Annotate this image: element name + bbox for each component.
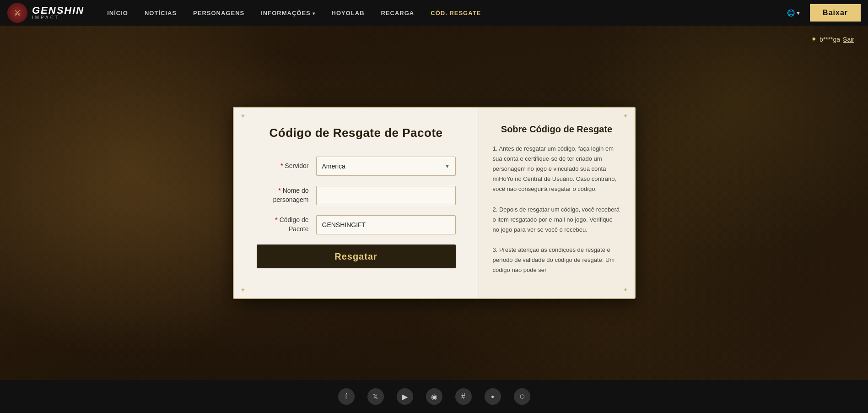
nav-item-recarga[interactable]: Recarga	[373, 9, 423, 17]
logo-text: Genshin Impact	[32, 5, 84, 20]
nav-item-noticias[interactable]: Notícias	[136, 9, 185, 17]
character-input[interactable]	[316, 186, 456, 205]
nav-links: Início Notícias Personagens Informações …	[99, 9, 782, 17]
nav-link-hoyolab[interactable]: HoYoLAB	[323, 10, 373, 16]
nav-item-resgate[interactable]: Cód. Resgate	[422, 9, 489, 17]
nav-link-noticias[interactable]: Notícias	[136, 10, 185, 16]
instagram-icon[interactable]: ◉	[426, 388, 442, 405]
star-icon: ✦	[811, 35, 817, 43]
nav-item-inicio[interactable]: Início	[99, 9, 136, 17]
server-select[interactable]: America Europe Asia TW, HK, MO	[316, 157, 456, 176]
server-label: *Servidor	[257, 162, 316, 171]
info-title: Sobre Código de Resgate	[493, 124, 621, 135]
server-select-wrapper: America Europe Asia TW, HK, MO ▼	[316, 157, 456, 176]
server-row: *Servidor America Europe Asia TW, HK, MO…	[257, 157, 456, 176]
code-label: *Código de Pacote	[257, 216, 316, 234]
logo[interactable]: ⚔ Genshin Impact	[7, 3, 84, 23]
redeem-button[interactable]: Resgatar	[257, 245, 456, 268]
language-button[interactable]: 🌐 ▾	[782, 6, 804, 19]
facebook-icon[interactable]: f	[338, 388, 355, 405]
hoyolab-icon[interactable]: ⬡	[514, 388, 530, 405]
download-button[interactable]: Baixar	[810, 4, 861, 22]
dialog: ✦ ✦ Código de Resgate de Pacote *Servido…	[233, 107, 636, 299]
info-text: 1. Antes de resgatar um código, faça log…	[493, 144, 621, 275]
code-row: *Código de Pacote	[257, 215, 456, 234]
nav-item-hoyolab[interactable]: HoYoLAB	[323, 9, 373, 17]
character-required: *	[278, 187, 280, 194]
logo-main: Genshin	[32, 5, 84, 16]
footer: f 𝕏 ▶ ◉ # ● ⬡	[0, 380, 868, 413]
navbar: ⚔ Genshin Impact Início Notícias Persona…	[0, 0, 868, 26]
nav-link-inicio[interactable]: Início	[99, 10, 136, 16]
twitter-icon[interactable]: 𝕏	[367, 388, 384, 405]
nav-item-informacoes[interactable]: Informações	[253, 9, 323, 17]
globe-icon: 🌐	[787, 9, 795, 16]
code-required: *	[275, 216, 277, 223]
youtube-icon[interactable]: ▶	[397, 388, 413, 405]
dialog-left-panel: Código de Resgate de Pacote *Servidor Am…	[234, 108, 479, 298]
corner-tr-icon: ✦	[623, 112, 628, 120]
logo-sub: Impact	[32, 16, 84, 20]
reddit-icon[interactable]: ●	[485, 388, 501, 405]
nav-right: 🌐 ▾ Baixar	[782, 4, 861, 22]
logo-icon: ⚔	[7, 3, 27, 23]
nav-item-personagens[interactable]: Personagens	[185, 9, 253, 17]
nav-link-personagens[interactable]: Personagens	[185, 10, 253, 16]
chevron-down-icon: ▾	[797, 9, 800, 16]
nav-link-recarga[interactable]: Recarga	[373, 10, 423, 16]
code-input[interactable]	[316, 215, 456, 234]
logout-link[interactable]: Sair	[843, 36, 854, 43]
nav-link-resgate[interactable]: Cód. Resgate	[422, 10, 489, 16]
dialog-right-panel: Sobre Código de Resgate 1. Antes de resg…	[479, 108, 635, 298]
character-row: *Nome do personagem	[257, 186, 456, 205]
server-required: *	[280, 162, 283, 169]
character-label: *Nome do personagem	[257, 186, 316, 204]
username: b****ga	[819, 36, 840, 43]
main-content: ✦ ✦ Código de Resgate de Pacote *Servido…	[0, 26, 868, 380]
dialog-title: Código de Resgate de Pacote	[257, 126, 456, 140]
corner-bl-icon: ✦	[240, 286, 246, 293]
user-bar: ✦ b****ga Sair	[811, 35, 854, 43]
discord-icon[interactable]: #	[455, 388, 472, 405]
nav-link-informacoes[interactable]: Informações	[253, 10, 323, 16]
